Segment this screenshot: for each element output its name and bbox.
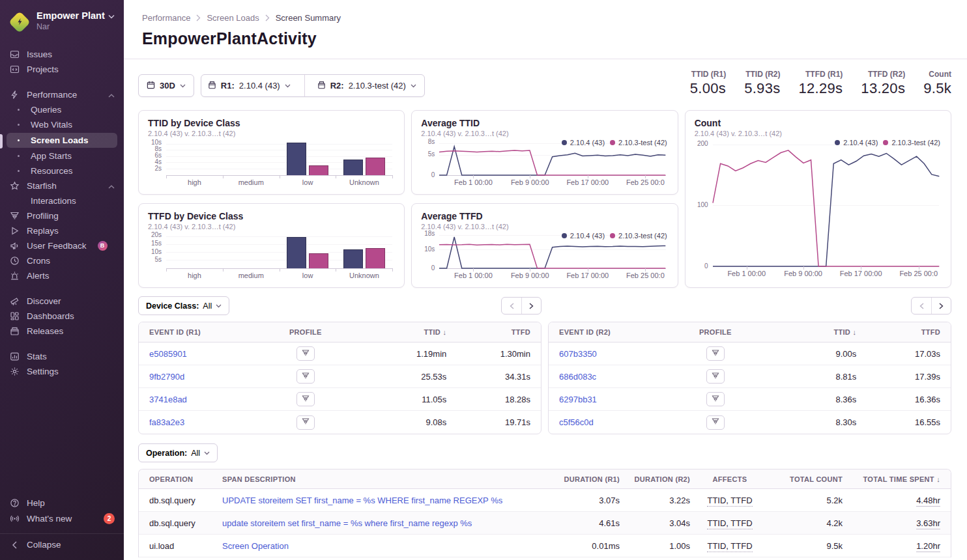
y-axis-tick: 6s — [154, 152, 162, 159]
bar-Unknown-r1 — [343, 249, 363, 268]
sidebar-item-interactions[interactable]: Interactions — [0, 193, 124, 208]
siren-icon — [9, 271, 20, 281]
event-id-link[interactable]: e5085901 — [149, 349, 187, 359]
sidebar-item-resources[interactable]: Resources — [0, 163, 124, 178]
event-id-link[interactable]: 607b3350 — [559, 349, 597, 359]
time-spent-sort-header[interactable]: TOTAL TIME SPENT ↓ — [843, 475, 940, 483]
release-r1-button[interactable]: R1:2.10.4 (43) — [201, 81, 297, 91]
sidebar-item-app-starts[interactable]: App Starts — [0, 148, 124, 163]
affects-value[interactable]: TTID, TTFD — [707, 496, 752, 507]
profile-button[interactable] — [706, 392, 725, 406]
event-row: 686d083c8.81s17.39s — [549, 365, 951, 388]
prev-page-button[interactable] — [502, 298, 521, 314]
sidebar-item-whats-new[interactable]: What's new 2 — [0, 511, 124, 527]
legend-item[interactable]: 2.10.4 (43) — [562, 232, 605, 240]
profile-button[interactable] — [296, 346, 315, 361]
sidebar-item-dashboards[interactable]: Dashboards — [0, 309, 124, 324]
sidebar-item-crons[interactable]: Crons — [0, 253, 124, 268]
profile-button[interactable] — [706, 415, 725, 430]
ttid-sort-header[interactable]: TTID ↓ — [749, 328, 856, 336]
sidebar-item-web-vitals[interactable]: Web Vitals — [0, 117, 124, 132]
sidebar-collapse-button[interactable]: Collapse — [0, 533, 124, 552]
affects-value[interactable]: TTID, TTFD — [707, 518, 752, 529]
average-ttid-card: Average TTID 2.10.4 (43) v. 2.10.3…t (42… — [411, 110, 678, 195]
charts-grid: TTID by Device Class 2.10.4 (43) v. 2.10… — [138, 110, 951, 288]
next-page-button[interactable] — [931, 298, 951, 314]
sidebar-item-discover[interactable]: Discover — [0, 294, 124, 309]
sidebar-item-releases[interactable]: Releases — [0, 324, 124, 339]
legend-item[interactable]: 2.10.4 (43) — [835, 139, 878, 147]
series-line-r2 — [713, 150, 939, 266]
prev-page-button[interactable] — [912, 298, 931, 314]
span-description-link[interactable]: Screen Operation — [222, 541, 289, 551]
event-row: c5f56c0d8.30s16.55s — [549, 411, 951, 434]
total-time-spent-link[interactable]: 1.20hr — [916, 541, 940, 552]
ttid-sort-header[interactable]: TTID ↓ — [339, 328, 446, 336]
total-time-spent-link[interactable]: 3.63hr — [916, 518, 940, 529]
bullet-icon — [13, 155, 23, 157]
bar-Unknown-r2 — [366, 248, 385, 268]
profiling-icon — [712, 417, 719, 427]
profile-button[interactable] — [296, 369, 315, 384]
org-switcher[interactable]: Empower Plant Nar — [0, 9, 124, 39]
event-id-link[interactable]: 3741e8ad — [149, 395, 187, 404]
next-page-button[interactable] — [521, 298, 541, 314]
sidebar-item-screen-loads[interactable]: Screen Loads — [7, 133, 117, 148]
ttid-value: 9.00s — [749, 349, 856, 359]
y-axis-tick: 8s — [154, 145, 162, 152]
sidebar-item-projects[interactable]: Projects — [0, 62, 124, 77]
sidebar-item-issues[interactable]: Issues — [0, 47, 124, 62]
legend-item[interactable]: 2.10.3-test (42) — [610, 232, 667, 240]
breadcrumb-performance[interactable]: Performance — [142, 13, 190, 23]
total-time-spent-link[interactable]: 4.48hr — [916, 496, 940, 507]
ttfd-value: 16.36s — [856, 395, 940, 404]
affects-value[interactable]: TTID, TTFD — [707, 541, 752, 552]
sidebar-item-profiling[interactable]: Profiling — [0, 208, 124, 223]
sidebar-item-queries[interactable]: Queries — [0, 102, 124, 117]
x-axis-label: high — [188, 178, 201, 186]
date-range-button[interactable]: 30D — [138, 74, 194, 97]
legend-item[interactable]: 2.10.3-test (42) — [610, 139, 667, 147]
sidebar-item-alerts[interactable]: Alerts — [0, 268, 124, 283]
ttfd-device-class-plot: 5s10s15s20shighmediumlowUnknown — [148, 232, 395, 279]
ttfd-value: 1.30min — [446, 349, 530, 359]
telescope-icon — [9, 296, 20, 306]
sidebar-item-replays[interactable]: Replays — [0, 223, 124, 238]
span-description-link[interactable]: UPDATE storeitem SET first_name = %s WHE… — [222, 496, 502, 505]
profile-button[interactable] — [706, 346, 725, 361]
x-axis-label: Feb 1 00:00 — [454, 272, 493, 279]
breadcrumb-screen-loads[interactable]: Screen Loads — [207, 13, 259, 23]
sidebar-group-starfish[interactable]: Starfish — [0, 178, 124, 193]
event-row: fa83a2e39.08s19.71s — [139, 411, 541, 434]
release-r2-button[interactable]: R2:2.10.3-test (42) — [312, 81, 424, 91]
legend-dot-icon — [610, 140, 615, 145]
chevron-up-icon — [108, 181, 115, 191]
summary-stats: TTID (R1)5.00s TTID (R2)5.93s TTFD (R1)1… — [690, 70, 951, 97]
stat-ttfd-r1: TTFD (R1)12.29s — [798, 70, 843, 97]
sidebar-item-user-feedback[interactable]: User Feedback B — [0, 238, 124, 253]
y-axis-tick: 10s — [151, 248, 162, 255]
profile-button[interactable] — [296, 415, 315, 430]
event-id-link[interactable]: 686d083c — [559, 372, 596, 382]
legend-item[interactable]: 2.10.4 (43) — [562, 139, 605, 147]
profiling-icon — [302, 349, 310, 359]
ttid-value: 25.53s — [339, 372, 446, 382]
calendar-icon — [147, 81, 155, 91]
ttid-value: 11.05s — [339, 395, 446, 404]
sidebar-item-settings[interactable]: Settings — [0, 364, 124, 379]
operation-filter-button[interactable]: Operation:All — [138, 443, 218, 462]
profile-button[interactable] — [296, 392, 315, 406]
sidebar-item-stats[interactable]: Stats — [0, 349, 124, 364]
event-id-link[interactable]: c5f56c0d — [559, 417, 594, 427]
event-id-link[interactable]: 6297bb31 — [559, 395, 597, 404]
stat-ttid-r2: TTID (R2)5.93s — [744, 70, 780, 97]
event-id-link[interactable]: 9fb2790d — [149, 372, 184, 382]
sidebar-item-help[interactable]: Help — [0, 496, 124, 511]
span-description-link[interactable]: update storeitem set first_name = %s whe… — [222, 518, 472, 528]
device-class-filter-button[interactable]: Device Class:All — [138, 296, 229, 315]
sidebar-group-performance[interactable]: Performance — [0, 87, 124, 102]
event-id-link[interactable]: fa83a2e3 — [149, 417, 184, 427]
legend-item[interactable]: 2.10.3-test (42) — [883, 139, 940, 147]
profile-button[interactable] — [706, 369, 725, 384]
release-box-icon — [317, 81, 326, 91]
